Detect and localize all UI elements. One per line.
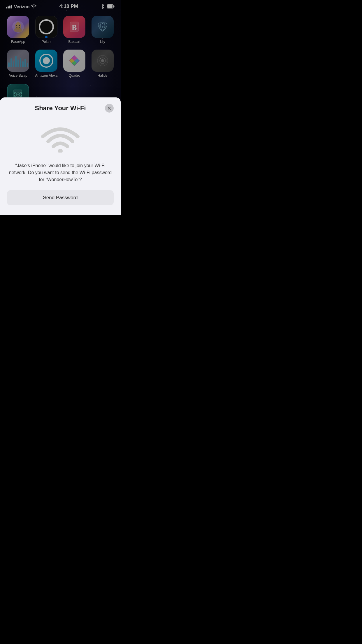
wifi-large-icon	[40, 120, 81, 153]
share-wifi-modal: Share Your Wi-Fi “Jake’s iPhone” w	[0, 97, 121, 215]
modal-overlay: Share Your Wi-Fi “Jake’s iPhone” w	[0, 0, 121, 215]
close-icon	[108, 107, 111, 110]
modal-header: Share Your Wi-Fi	[7, 104, 114, 112]
svg-point-20	[58, 149, 63, 153]
wifi-icon-container	[7, 119, 114, 154]
modal-title: Share Your Wi-Fi	[35, 104, 86, 112]
modal-close-button[interactable]	[105, 104, 114, 113]
modal-message: “Jake’s iPhone” would like to join your …	[7, 162, 114, 183]
send-password-button[interactable]: Send Password	[7, 190, 114, 205]
